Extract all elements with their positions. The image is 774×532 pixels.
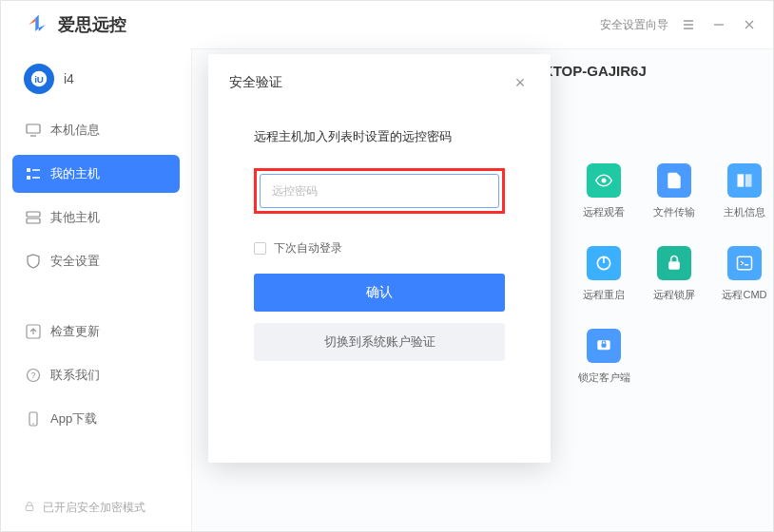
lock-icon: [24, 501, 35, 515]
svg-rect-5: [27, 212, 40, 217]
sidebar-item-my-hosts[interactable]: 我的主机: [12, 155, 180, 193]
svg-text:?: ?: [30, 370, 35, 380]
sidebar-footer: 已开启安全加密模式: [1, 484, 191, 531]
profile-name: i4: [64, 71, 74, 86]
sidebar-item-label: App下载: [50, 410, 97, 428]
sidebar-item-label: 其他主机: [50, 209, 100, 226]
app-logo: 爱思远控: [24, 11, 126, 38]
nav-secondary: 检查更新 ? 联系我们 App下载: [1, 313, 191, 444]
action-remote-lock[interactable]: 远程锁屏: [641, 246, 707, 302]
sidebar-item-contact[interactable]: ? 联系我们: [12, 356, 180, 394]
logo-icon: [24, 11, 50, 38]
sidebar-item-update[interactable]: 检查更新: [12, 313, 180, 351]
nav-primary: 本机信息 我的主机 其他主机 安全设置: [1, 111, 191, 286]
auto-login-row[interactable]: 下次自动登录: [254, 240, 505, 256]
sidebar-item-label: 我的主机: [50, 165, 100, 182]
titlebar: 爱思远控 安全设置向导: [1, 1, 773, 48]
modal-title: 安全验证: [229, 74, 282, 91]
panels-icon: [727, 163, 762, 198]
action-grid: 远程观看 文件传输 主机信息 远程重启 远程锁屏 远程CMD 锁定客户端: [571, 163, 774, 385]
sidebar-item-app[interactable]: App下载: [12, 400, 180, 438]
sidebar-item-security[interactable]: 安全设置: [12, 242, 180, 280]
sidebar-item-label: 检查更新: [50, 323, 100, 340]
security-verify-modal: 安全验证 × 远程主机加入列表时设置的远控密码 下次自动登录 确认 切换到系统账…: [208, 54, 551, 463]
action-lock-client[interactable]: 锁定客户端: [571, 329, 637, 385]
security-wizard-link[interactable]: 安全设置向导: [600, 17, 668, 33]
svg-rect-15: [745, 174, 752, 186]
list-icon: [26, 166, 41, 181]
action-label: 远程CMD: [722, 288, 766, 302]
sidebar-item-label: 本机信息: [50, 122, 100, 139]
minimize-icon[interactable]: [708, 14, 729, 35]
upload-icon: [26, 324, 41, 339]
switch-auth-button[interactable]: 切换到系统账户验证: [254, 323, 505, 361]
menu-icon[interactable]: [678, 14, 699, 35]
svg-rect-14: [738, 174, 745, 186]
help-icon: ?: [26, 368, 41, 383]
password-input-highlight: [254, 168, 505, 214]
sidebar-item-local-info[interactable]: 本机信息: [12, 111, 180, 149]
svg-rect-18: [738, 256, 752, 269]
modal-subtitle: 远程主机加入列表时设置的远控密码: [254, 128, 505, 145]
action-label: 锁定客户端: [578, 370, 630, 385]
action-label: 主机信息: [724, 205, 765, 219]
power-icon: [587, 246, 621, 280]
eye-icon: [587, 163, 621, 198]
svg-rect-3: [27, 168, 30, 172]
lock-screen-icon: [657, 246, 691, 280]
close-icon[interactable]: [739, 14, 760, 35]
action-label: 远程锁屏: [653, 288, 695, 302]
checkbox-label: 下次自动登录: [274, 240, 342, 256]
action-remote-view[interactable]: 远程观看: [571, 163, 637, 219]
sidebar: iU i4 本机信息 我的主机 其他主机 安全设置 检查更新 ? 联系我们: [1, 48, 191, 531]
action-label: 远程重启: [583, 288, 625, 302]
sidebar-item-label: 联系我们: [50, 367, 100, 384]
profile[interactable]: iU i4: [1, 48, 191, 111]
monitor-icon: [26, 123, 41, 138]
svg-rect-17: [668, 261, 680, 269]
action-label: 远程观看: [583, 205, 625, 219]
svg-rect-12: [26, 505, 33, 510]
phone-icon: [26, 411, 41, 427]
sidebar-item-label: 安全设置: [50, 253, 100, 270]
titlebar-actions: 安全设置向导: [600, 14, 760, 35]
checkbox-icon[interactable]: [254, 242, 266, 255]
action-label: 文件传输: [653, 205, 695, 219]
sidebar-item-other-hosts[interactable]: 其他主机: [12, 199, 180, 237]
action-remote-cmd[interactable]: 远程CMD: [711, 246, 774, 302]
action-host-info[interactable]: 主机信息: [711, 163, 774, 219]
modal-body: 远程主机加入列表时设置的远控密码 下次自动登录 确认 切换到系统账户验证: [208, 128, 551, 361]
svg-rect-4: [27, 176, 30, 180]
file-icon: [657, 163, 691, 198]
confirm-button[interactable]: 确认: [254, 274, 505, 312]
action-file-transfer[interactable]: 文件传输: [641, 163, 707, 219]
shield-icon: [26, 254, 41, 269]
svg-point-13: [602, 179, 607, 183]
modal-header: 安全验证 ×: [208, 54, 551, 111]
app-title: 爱思远控: [58, 13, 126, 36]
svg-text:iU: iU: [34, 74, 44, 85]
svg-rect-6: [27, 218, 40, 223]
footer-text: 已开启安全加密模式: [43, 500, 145, 516]
avatar: iU: [24, 64, 54, 94]
svg-rect-2: [27, 124, 40, 133]
svg-point-11: [32, 423, 34, 425]
modal-close-icon[interactable]: ×: [511, 73, 530, 92]
lock-client-icon: [587, 329, 621, 363]
password-input[interactable]: [260, 174, 499, 208]
terminal-icon: [727, 246, 762, 280]
svg-rect-20: [602, 344, 607, 348]
hosts-icon: [26, 210, 41, 225]
action-remote-reboot[interactable]: 远程重启: [571, 246, 637, 302]
